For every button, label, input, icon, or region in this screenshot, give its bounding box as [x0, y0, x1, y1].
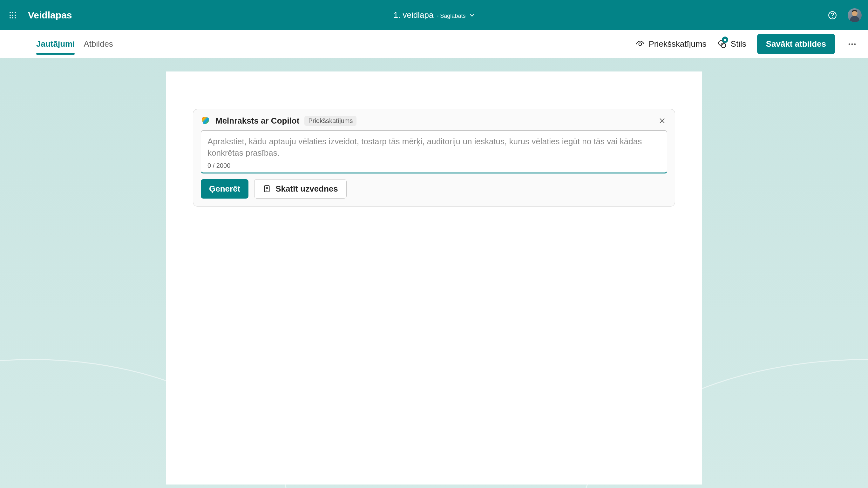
svg-point-6: [9, 17, 11, 19]
toolbar: Jautājumi Atbildes Priekšskatījums Stils…: [0, 30, 868, 58]
svg-point-1: [12, 12, 13, 13]
svg-point-8: [14, 17, 16, 19]
svg-point-10: [832, 17, 833, 18]
svg-point-2: [14, 12, 16, 13]
copilot-logo-icon: [201, 116, 210, 125]
tab-questions[interactable]: Jautājumi: [36, 30, 75, 58]
copilot-title: Melnraksts ar Copilot: [215, 116, 299, 126]
view-prompts-button[interactable]: Skatīt uzvednes: [254, 179, 347, 199]
svg-point-4: [12, 14, 13, 16]
style-label: Stils: [731, 39, 746, 49]
svg-point-16: [851, 43, 853, 45]
svg-point-5: [14, 14, 16, 16]
style-badge-icon: [722, 36, 728, 43]
form-title-dropdown[interactable]: 1. veidlapa - Saglabāts: [394, 10, 475, 20]
svg-point-17: [854, 43, 856, 45]
close-icon: [659, 117, 665, 124]
more-icon: [847, 39, 857, 49]
prompts-icon: [263, 185, 271, 193]
copilot-input-wrap: 0 / 2000: [201, 130, 667, 174]
help-icon[interactable]: [826, 9, 839, 22]
svg-point-0: [9, 12, 11, 13]
tab-responses[interactable]: Atbildes: [84, 30, 113, 58]
more-button[interactable]: [846, 38, 859, 51]
app-launcher-icon[interactable]: [6, 9, 19, 22]
save-status: - Saglabāts: [437, 13, 465, 20]
copilot-prompt-input[interactable]: [208, 136, 660, 159]
view-prompts-label: Skatīt uzvednes: [275, 184, 338, 194]
eye-icon: [636, 39, 645, 49]
preview-button[interactable]: Priekšskatījums: [636, 39, 707, 49]
svg-point-3: [9, 14, 11, 16]
svg-point-15: [848, 43, 850, 45]
preview-label: Priekšskatījums: [649, 39, 707, 49]
copilot-card: Melnraksts ar Copilot Priekšskatījums 0 …: [193, 109, 675, 207]
form-canvas: Melnraksts ar Copilot Priekšskatījums 0 …: [166, 71, 702, 485]
form-title: 1. veidlapa: [394, 10, 434, 20]
stage: Melnraksts ar Copilot Priekšskatījums 0 …: [0, 58, 868, 485]
collect-responses-button[interactable]: Savākt atbildes: [757, 34, 835, 54]
top-bar: Veidlapas 1. veidlapa - Saglabāts: [0, 0, 868, 30]
char-count: 0 / 2000: [208, 162, 660, 169]
avatar[interactable]: [848, 8, 862, 22]
app-name[interactable]: Veidlapas: [28, 10, 72, 21]
copilot-close-button[interactable]: [657, 116, 667, 126]
chevron-down-icon: [469, 13, 474, 18]
svg-point-7: [12, 17, 13, 19]
style-button[interactable]: Stils: [717, 39, 746, 49]
copilot-preview-badge: Priekšskatījums: [304, 116, 356, 126]
generate-button[interactable]: Ģenerēt: [201, 179, 248, 199]
svg-point-12: [639, 42, 642, 45]
